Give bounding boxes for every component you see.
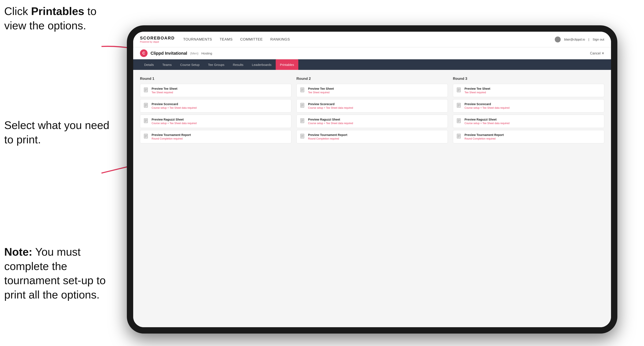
round-3-raguzzi-title: Preview Raguzzi Sheet (464, 118, 510, 121)
annotation-note-label: Note: (4, 246, 32, 258)
round-1-scorecard-title: Preview Scorecard (152, 102, 197, 106)
user-avatar (555, 36, 561, 42)
nav-committee[interactable]: COMMITTEE (240, 36, 263, 42)
round-1-tee-sheet-text: Preview Tee Sheet Tee Sheet required (152, 87, 178, 94)
document-icon-r3-3 (456, 118, 462, 125)
tab-printables[interactable]: Printables (276, 59, 298, 70)
document-icon-r3-4 (456, 134, 462, 140)
nav-teams[interactable]: TEAMS (220, 36, 232, 42)
round-2-tee-sheet-title: Preview Tee Sheet (308, 87, 334, 90)
annotation-middle: Select what you need to print. (4, 118, 114, 147)
round-1-tournament-report-title: Preview Tournament Report (152, 133, 191, 137)
round-2-tournament-report[interactable]: Preview Tournament Report Round Completi… (296, 130, 448, 143)
annotation-bold: Printables (31, 5, 84, 17)
tab-details[interactable]: Details (140, 59, 158, 70)
round-3-scorecard-title: Preview Scorecard (464, 102, 510, 106)
tablet-shell: SCOREBOARD Powered by clippd TOURNAMENTS… (127, 25, 617, 334)
round-2-scorecard-subtitle: Course setup + Tee Sheet data required (308, 106, 353, 109)
round-1-scorecard-subtitle: Course setup + Tee Sheet data required (152, 106, 197, 109)
document-icon-r3-2 (456, 103, 462, 109)
round-1-tournament-report[interactable]: Preview Tournament Report Round Completi… (140, 130, 291, 143)
round-3-scorecard[interactable]: Preview Scorecard Course setup + Tee She… (453, 99, 604, 113)
tab-leaderboards[interactable]: Leaderboards (248, 59, 276, 70)
round-2-tee-sheet-subtitle: Tee Sheet required (308, 91, 334, 94)
round-3-scorecard-subtitle: Course setup + Tee Sheet data required (464, 106, 510, 109)
tournament-logo: C (140, 49, 148, 57)
sign-out-link[interactable]: Sign out (592, 38, 604, 41)
round-2-raguzzi-subtitle: Course setup + Tee Sheet data required (308, 122, 353, 125)
brand-powered: Powered by clippd (140, 40, 175, 43)
user-email: blair@clippd.io (564, 38, 585, 41)
round-3-raguzzi-subtitle: Course setup + Tee Sheet data required (464, 122, 510, 125)
round-1-tee-sheet[interactable]: Preview Tee Sheet Tee Sheet required (140, 84, 291, 97)
round-3-tournament-report-title: Preview Tournament Report (464, 133, 504, 137)
round-2-scorecard-title: Preview Scorecard (308, 102, 353, 106)
round-1-tournament-report-text: Preview Tournament Report Round Completi… (152, 133, 191, 140)
top-nav: SCOREBOARD Powered by clippd TOURNAMENTS… (133, 32, 611, 47)
round-3-tournament-report[interactable]: Preview Tournament Report Round Completi… (453, 130, 604, 143)
round-1-cards: Preview Tee Sheet Tee Sheet required (140, 84, 291, 143)
document-icon-r2-1 (300, 87, 306, 94)
tab-teams[interactable]: Teams (158, 59, 176, 70)
tournament-tag: (Men) (190, 51, 198, 55)
nav-rankings[interactable]: RANKINGS (270, 36, 290, 42)
round-3-tee-sheet[interactable]: Preview Tee Sheet Tee Sheet required (453, 84, 604, 97)
sub-header: C Clippd Invitational (Men) Hosting Canc… (133, 47, 611, 59)
top-nav-right: blair@clippd.io | Sign out (555, 36, 604, 42)
document-icon-r3-1 (456, 87, 462, 94)
brand-scoreboard: SCOREBOARD (140, 36, 175, 40)
tab-course-setup[interactable]: Course Setup (176, 59, 204, 70)
document-icon-r2-3 (300, 118, 306, 125)
separator: | (588, 38, 589, 41)
round-1-tee-sheet-subtitle: Tee Sheet required (152, 91, 178, 94)
round-1-scorecard[interactable]: Preview Scorecard Course setup + Tee She… (140, 99, 291, 113)
round-3-section: Round 3 Preview Tee Sheet Tee Sheet requ… (453, 77, 604, 143)
tablet-screen: SCOREBOARD Powered by clippd TOURNAMENTS… (133, 32, 611, 327)
round-3-raguzzi[interactable]: Preview Raguzzi Sheet Course setup + Tee… (453, 115, 604, 128)
hosting-badge: Hosting (202, 51, 212, 55)
cancel-button[interactable]: Cancel ✕ (590, 51, 604, 55)
round-3-title: Round 3 (453, 77, 604, 81)
round-1-section: Round 1 (140, 77, 291, 143)
annotation-bottom: Note: You must complete the tournament s… (4, 245, 114, 302)
round-2-title: Round 2 (296, 77, 448, 81)
document-icon-r2-4 (300, 134, 306, 140)
top-nav-links: TOURNAMENTS TEAMS COMMITTEE RANKINGS (183, 36, 555, 42)
annotation-top: Click Printables to view the options. (4, 4, 114, 33)
round-1-tee-sheet-title: Preview Tee Sheet (152, 87, 178, 90)
round-1-raguzzi-text: Preview Raguzzi Sheet Course setup + Tee… (152, 118, 197, 125)
round-1-raguzzi[interactable]: Preview Raguzzi Sheet Course setup + Tee… (140, 115, 291, 128)
round-3-tee-sheet-subtitle: Tee Sheet required (464, 91, 490, 94)
document-icon (144, 87, 149, 94)
tab-results[interactable]: Results (228, 59, 248, 70)
document-icon-2 (144, 103, 149, 109)
round-2-raguzzi[interactable]: Preview Raguzzi Sheet Course setup + Tee… (296, 115, 448, 128)
round-1-title: Round 1 (140, 77, 291, 81)
rounds-grid: Round 1 (140, 77, 604, 143)
round-1-raguzzi-title: Preview Raguzzi Sheet (152, 118, 197, 121)
tournament-name: Clippd Invitational (150, 51, 187, 56)
tab-tee-groups[interactable]: Tee Groups (204, 59, 229, 70)
document-icon-r2-2 (300, 103, 306, 109)
round-1-raguzzi-subtitle: Course setup + Tee Sheet data required (152, 122, 197, 125)
main-content: Round 1 (133, 70, 611, 327)
round-2-scorecard[interactable]: Preview Scorecard Course setup + Tee She… (296, 99, 448, 113)
tournament-title: C Clippd Invitational (Men) Hosting (140, 49, 212, 57)
round-2-tournament-report-title: Preview Tournament Report (308, 133, 347, 137)
nav-tournaments[interactable]: TOURNAMENTS (183, 36, 212, 42)
document-icon-3 (144, 118, 149, 125)
round-2-section: Round 2 Preview Tee Sheet Tee Sheet requ… (296, 77, 448, 143)
round-1-tournament-report-subtitle: Round Completion required (152, 137, 191, 140)
round-2-tee-sheet[interactable]: Preview Tee Sheet Tee Sheet required (296, 84, 448, 97)
round-2-raguzzi-title: Preview Raguzzi Sheet (308, 118, 353, 121)
round-2-tournament-report-subtitle: Round Completion required (308, 137, 347, 140)
round-2-cards: Preview Tee Sheet Tee Sheet required Pre… (296, 84, 448, 143)
round-3-tee-sheet-title: Preview Tee Sheet (464, 87, 490, 90)
document-icon-4 (144, 134, 149, 140)
round-3-tournament-report-subtitle: Round Completion required (464, 137, 504, 140)
round-1-scorecard-text: Preview Scorecard Course setup + Tee She… (152, 102, 197, 109)
brand-area: SCOREBOARD Powered by clippd (140, 36, 175, 43)
round-3-cards: Preview Tee Sheet Tee Sheet required Pre… (453, 84, 604, 143)
tab-bar: Details Teams Course Setup Tee Groups Re… (133, 59, 611, 70)
